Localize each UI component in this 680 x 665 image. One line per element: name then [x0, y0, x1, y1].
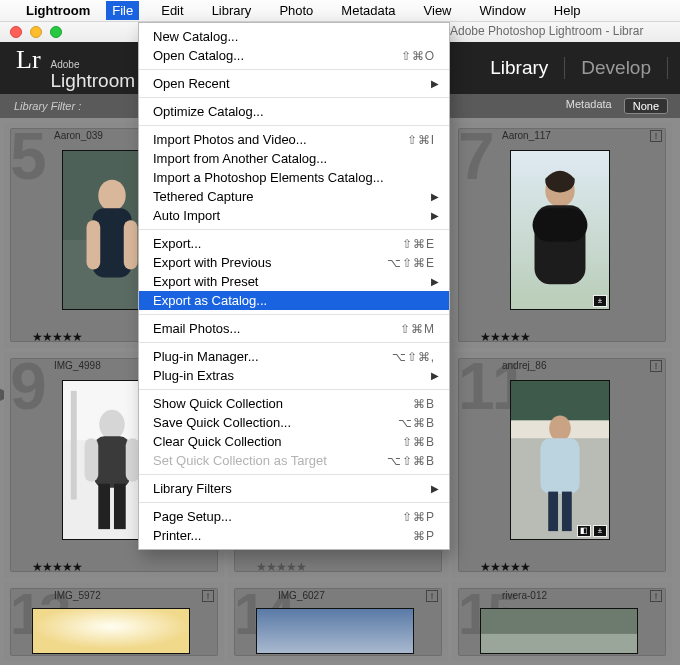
menu-item[interactable]: Email Photos...⇧⌘M — [139, 319, 449, 338]
mac-menu-bar: Lightroom File Edit Library Photo Metada… — [0, 0, 680, 22]
grid-cell[interactable]: 13 IMG_5972 ! — [4, 582, 224, 662]
develop-badge-icon: ± — [593, 525, 607, 537]
menu-item-shortcut: ⌥⇧⌘, — [392, 350, 435, 364]
rating-stars[interactable]: ★★★★★ — [32, 560, 82, 574]
menu-item[interactable]: Clear Quick Collection⇧⌘B — [139, 432, 449, 451]
menu-item[interactable]: Export with Preset▶ — [139, 272, 449, 291]
cell-filename: andrej_86 — [502, 360, 546, 371]
flag-icon[interactable]: ! — [650, 360, 662, 372]
menu-item-label: Library Filters — [153, 481, 435, 496]
menu-photo[interactable]: Photo — [273, 1, 319, 20]
menu-item[interactable]: Library Filters▶ — [139, 479, 449, 498]
submenu-arrow-icon: ▶ — [431, 78, 439, 89]
thumbnail[interactable]: ◧± — [510, 380, 610, 540]
menu-item-shortcut: ⌥⌘B — [398, 416, 435, 430]
menu-item[interactable]: Plug-in Extras▶ — [139, 366, 449, 385]
menu-item[interactable]: Import from Another Catalog... — [139, 149, 449, 168]
rating-stars[interactable]: ★★★★★ — [480, 560, 530, 574]
svg-point-2 — [98, 180, 125, 212]
rating-stars[interactable]: ★★★★★ — [480, 330, 530, 344]
product-name: Lightroom — [51, 70, 136, 92]
menu-help[interactable]: Help — [548, 1, 587, 20]
svg-rect-29 — [33, 609, 189, 653]
rating-stars[interactable]: ★★★★★ — [32, 330, 82, 344]
module-separator — [564, 57, 565, 79]
cell-index: 5 — [10, 118, 44, 194]
menu-item-label: Clear Quick Collection — [153, 434, 402, 449]
menu-item-shortcut: ⇧⌘P — [402, 510, 435, 524]
thumbnail[interactable] — [32, 608, 190, 654]
menu-item[interactable]: Import Photos and Video...⇧⌘I — [139, 130, 449, 149]
menu-item-label: Open Catalog... — [153, 48, 401, 63]
menu-item[interactable]: Export with Previous⌥⇧⌘E — [139, 253, 449, 272]
menu-item[interactable]: Export...⇧⌘E — [139, 234, 449, 253]
svg-rect-4 — [87, 220, 101, 269]
thumbnail[interactable] — [256, 608, 414, 654]
menu-window[interactable]: Window — [474, 1, 532, 20]
menu-item-shortcut: ⇧⌘I — [407, 133, 435, 147]
grid-cell[interactable]: 11 andrej_86 ! ◧± ★★★★★ — [452, 352, 672, 578]
menu-item[interactable]: New Catalog... — [139, 27, 449, 46]
menu-item[interactable]: Save Quick Collection...⌥⌘B — [139, 413, 449, 432]
menu-view[interactable]: View — [418, 1, 458, 20]
cell-filename: IMG_4998 — [54, 360, 101, 371]
module-library[interactable]: Library — [490, 57, 548, 79]
svg-rect-16 — [94, 436, 129, 487]
menu-edit[interactable]: Edit — [155, 1, 189, 20]
thumbnail[interactable]: ± — [510, 150, 610, 310]
submenu-arrow-icon: ▶ — [431, 191, 439, 202]
menu-item[interactable]: Export as Catalog... — [139, 291, 449, 310]
minimize-icon[interactable] — [30, 26, 42, 38]
lightroom-logo: Lr Adobe Lightroom — [16, 45, 135, 92]
svg-rect-27 — [548, 492, 558, 531]
cell-filename: Aaron_117 — [502, 130, 551, 141]
menu-item[interactable]: Plug-in Manager...⌥⇧⌘, — [139, 347, 449, 366]
submenu-arrow-icon: ▶ — [431, 370, 439, 381]
menu-item[interactable]: Auto Import▶ — [139, 206, 449, 225]
menu-item[interactable]: Show Quick Collection⌘B — [139, 394, 449, 413]
menu-item[interactable]: Optimize Catalog... — [139, 102, 449, 121]
svg-rect-30 — [257, 609, 413, 653]
menu-item-label: Import a Photoshop Elements Catalog... — [153, 170, 435, 185]
menu-item[interactable]: Open Catalog...⇧⌘O — [139, 46, 449, 65]
maximize-icon[interactable] — [50, 26, 62, 38]
cell-filename: IMG_6027 — [278, 590, 325, 601]
menu-item[interactable]: Open Recent▶ — [139, 74, 449, 93]
svg-rect-32 — [481, 634, 637, 653]
thumbnail[interactable] — [480, 608, 638, 654]
flag-icon[interactable]: ! — [650, 130, 662, 142]
grid-cell[interactable]: 15 rivera-012 ! — [452, 582, 672, 662]
close-icon[interactable] — [10, 26, 22, 38]
menu-item-label: Set Quick Collection as Target — [153, 453, 387, 468]
grid-cell[interactable]: 7 Aaron_117 ! ± ★★★★★ — [452, 122, 672, 348]
filter-tab-none[interactable]: None — [624, 98, 668, 114]
menu-library[interactable]: Library — [206, 1, 258, 20]
module-develop[interactable]: Develop — [581, 57, 651, 79]
window-title: Adobe Photoshop Lightroom - Librar — [450, 24, 643, 38]
rating-stars[interactable]: ★★★★★ — [256, 560, 306, 574]
menu-item-label: Optimize Catalog... — [153, 104, 435, 119]
menu-item-label: Open Recent — [153, 76, 435, 91]
menu-item-label: Import Photos and Video... — [153, 132, 407, 147]
submenu-arrow-icon: ▶ — [431, 210, 439, 221]
flag-icon[interactable]: ! — [426, 590, 438, 602]
filter-tab-metadata[interactable]: Metadata — [566, 98, 612, 114]
menu-metadata[interactable]: Metadata — [335, 1, 401, 20]
menu-item-label: Plug-in Manager... — [153, 349, 392, 364]
grid-cell[interactable]: 14 IMG_6027 ! — [228, 582, 448, 662]
submenu-arrow-icon: ▶ — [431, 276, 439, 287]
menu-file[interactable]: File — [106, 1, 139, 20]
menu-item[interactable]: Page Setup...⇧⌘P — [139, 507, 449, 526]
menu-item[interactable]: Printer...⌘P — [139, 526, 449, 545]
cell-filename: Aaron_039 — [54, 130, 103, 141]
flag-icon[interactable]: ! — [650, 590, 662, 602]
menu-item-label: Export as Catalog... — [153, 293, 435, 308]
menu-item-label: Import from Another Catalog... — [153, 151, 435, 166]
menu-item-label: Save Quick Collection... — [153, 415, 398, 430]
app-name[interactable]: Lightroom — [26, 3, 90, 18]
flag-icon[interactable]: ! — [202, 590, 214, 602]
menu-item[interactable]: Tethered Capture▶ — [139, 187, 449, 206]
menu-item[interactable]: Import a Photoshop Elements Catalog... — [139, 168, 449, 187]
develop-badge-icon: ± — [593, 295, 607, 307]
svg-rect-19 — [98, 484, 110, 529]
